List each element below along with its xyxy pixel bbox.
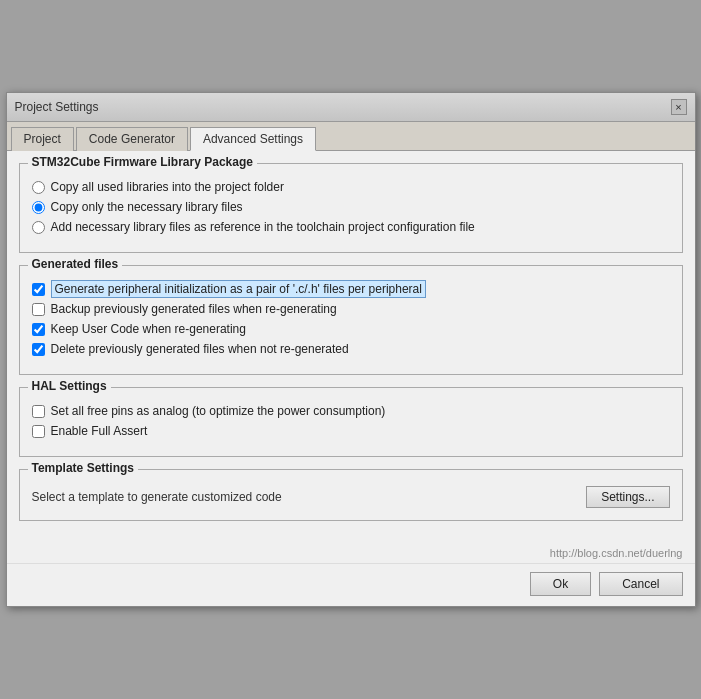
- firmware-radio-2[interactable]: [32, 221, 45, 234]
- firmware-radio-0[interactable]: [32, 181, 45, 194]
- generated-label-2: Keep User Code when re-generating: [51, 322, 246, 336]
- generated-item-0: Generate peripheral initialization as a …: [32, 282, 670, 296]
- generated-item-1: Backup previously generated files when r…: [32, 302, 670, 316]
- footer: Ok Cancel: [7, 563, 695, 606]
- window-title: Project Settings: [15, 100, 99, 114]
- generated-checkbox-2[interactable]: [32, 323, 45, 336]
- hal-checkbox-1[interactable]: [32, 425, 45, 438]
- generated-checkbox-0[interactable]: [32, 283, 45, 296]
- main-window: Project Settings × Project Code Generato…: [6, 92, 696, 607]
- ok-button[interactable]: Ok: [530, 572, 591, 596]
- settings-button[interactable]: Settings...: [586, 486, 669, 508]
- generated-item-3: Delete previously generated files when n…: [32, 342, 670, 356]
- watermark: http://blog.csdn.net/duerlng: [7, 545, 695, 563]
- firmware-option-2: Add necessary library files as reference…: [32, 220, 670, 234]
- firmware-label-2: Add necessary library files as reference…: [51, 220, 475, 234]
- template-settings-title: Template Settings: [28, 461, 138, 475]
- hal-settings-options: Set all free pins as analog (to optimize…: [32, 404, 670, 438]
- firmware-group-title: STM32Cube Firmware Library Package: [28, 155, 257, 169]
- tab-code-generator[interactable]: Code Generator: [76, 127, 188, 151]
- cancel-button[interactable]: Cancel: [599, 572, 682, 596]
- hal-settings-title: HAL Settings: [28, 379, 111, 393]
- firmware-radio-1[interactable]: [32, 201, 45, 214]
- generated-label-0: Generate peripheral initialization as a …: [51, 282, 426, 296]
- tab-advanced-settings[interactable]: Advanced Settings: [190, 127, 316, 151]
- generated-checkbox-1[interactable]: [32, 303, 45, 316]
- generated-files-group: Generated files Generate peripheral init…: [19, 265, 683, 375]
- generated-item-2: Keep User Code when re-generating: [32, 322, 670, 336]
- firmware-label-0: Copy all used libraries into the project…: [51, 180, 284, 194]
- close-button[interactable]: ×: [671, 99, 687, 115]
- generated-checkbox-3[interactable]: [32, 343, 45, 356]
- firmware-options: Copy all used libraries into the project…: [32, 180, 670, 234]
- hal-label-0: Set all free pins as analog (to optimize…: [51, 404, 386, 418]
- firmware-group: STM32Cube Firmware Library Package Copy …: [19, 163, 683, 253]
- template-settings-description: Select a template to generate customized…: [32, 490, 282, 504]
- generated-label-3: Delete previously generated files when n…: [51, 342, 349, 356]
- tab-content: STM32Cube Firmware Library Package Copy …: [7, 151, 695, 545]
- hal-item-0: Set all free pins as analog (to optimize…: [32, 404, 670, 418]
- template-settings-row: Select a template to generate customized…: [32, 486, 670, 508]
- hal-settings-group: HAL Settings Set all free pins as analog…: [19, 387, 683, 457]
- title-bar: Project Settings ×: [7, 93, 695, 122]
- hal-checkbox-0[interactable]: [32, 405, 45, 418]
- generated-files-title: Generated files: [28, 257, 123, 271]
- firmware-option-0: Copy all used libraries into the project…: [32, 180, 670, 194]
- generated-files-options: Generate peripheral initialization as a …: [32, 282, 670, 356]
- hal-label-1: Enable Full Assert: [51, 424, 148, 438]
- firmware-label-1: Copy only the necessary library files: [51, 200, 243, 214]
- hal-item-1: Enable Full Assert: [32, 424, 670, 438]
- template-settings-group: Template Settings Select a template to g…: [19, 469, 683, 521]
- tab-project[interactable]: Project: [11, 127, 74, 151]
- tab-bar: Project Code Generator Advanced Settings: [7, 122, 695, 151]
- generated-label-1: Backup previously generated files when r…: [51, 302, 337, 316]
- firmware-option-1: Copy only the necessary library files: [32, 200, 670, 214]
